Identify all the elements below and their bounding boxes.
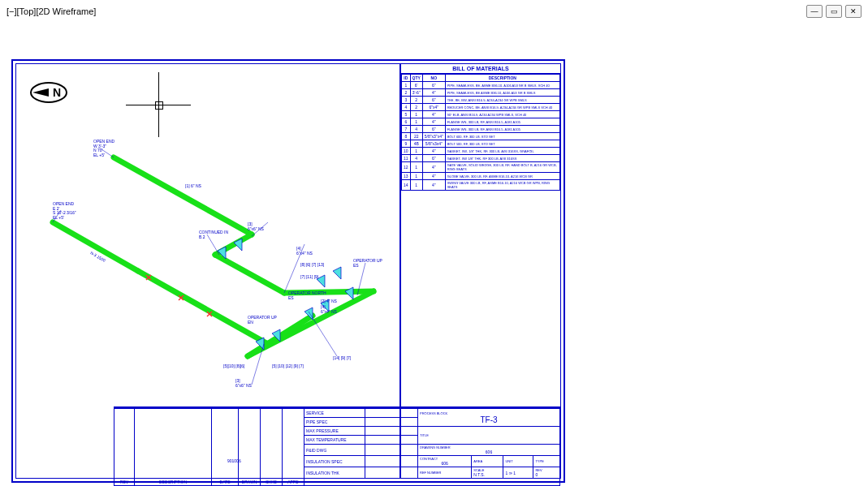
maximize-button[interactable]: ▭: [826, 5, 842, 18]
viewport-label: [−][Top][2D Wireframe]: [6, 6, 96, 16]
titlebar: [−][Top][2D Wireframe] — ▭ ✕: [0, 0, 868, 23]
close-button[interactable]: ✕: [845, 5, 862, 18]
minimize-button[interactable]: —: [806, 5, 823, 18]
window-controls: — ▭ ✕: [806, 5, 862, 18]
